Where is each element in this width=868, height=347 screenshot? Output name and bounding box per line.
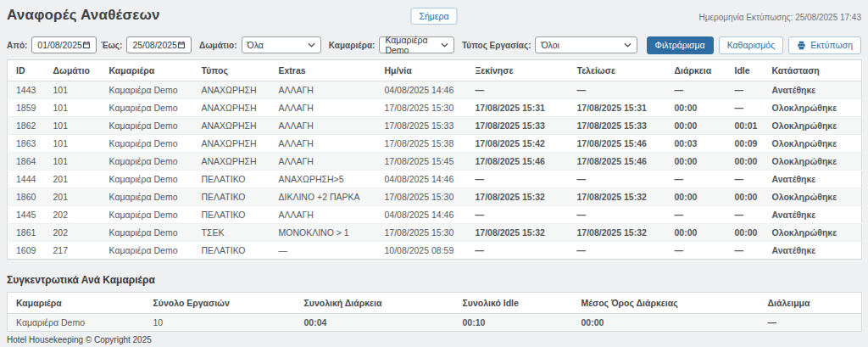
summary-column-header-5: Διάλειμμα: [760, 293, 862, 314]
cell-type: ΠΕΛΑΤΙΚΟ: [193, 242, 270, 260]
cell-date: 04/08/2025 14:46: [376, 206, 467, 224]
assignment-row: 1445202Καμαριέρα DemoΠΕΛΑΤΙΚΟΑΛΛΑΓΗ04/08…: [8, 206, 862, 224]
cell-extras: ΑΝΑΧΩΡΗΣΗ>5: [270, 171, 376, 188]
cell-started: 17/08/2025 15:32: [467, 188, 569, 206]
cell-idle: —: [726, 242, 764, 260]
cell-duration: 00:00: [666, 99, 726, 117]
assignment-row: 1860201Καμαριέρα DemoΠΕΛΑΤΙΚΟΔΙΚΛΙΝΟ +2 …: [8, 188, 862, 206]
cell-status: Ολοκληρώθηκε: [764, 153, 862, 171]
cell-duration: —: [666, 171, 726, 188]
assignment-row: 1864101Καμαριέρα DemoΑΝΑΧΩΡΗΣΗΑΛΛΑΓΗ17/0…: [8, 153, 862, 171]
print-button[interactable]: Εκτύπωση: [788, 36, 861, 54]
cell-status: Ολοκληρώθηκε: [764, 188, 862, 206]
cell-type: ΑΝΑΧΩΡΗΣΗ: [193, 99, 270, 117]
cell-idle: 00:01: [726, 117, 764, 135]
summary-cell-maid: Καμαριέρα Demo: [8, 314, 145, 332]
cell-started: 17/08/2025 15:32: [467, 224, 569, 242]
cell-extras: ΑΛΛΑΓΗ: [270, 135, 376, 153]
cell-started: —: [467, 171, 569, 188]
today-button[interactable]: Σήμερα: [410, 8, 457, 25]
cell-room: 101: [45, 99, 101, 117]
filter-button[interactable]: Φιλτράρισμα: [647, 36, 714, 54]
cell-id: 1860: [8, 188, 45, 206]
cell-type: ΠΕΛΑΤΙΚΟ: [193, 206, 270, 224]
to-label: Έως:: [101, 41, 123, 50]
maid-label: Καμαριέρα:: [329, 41, 376, 50]
cell-idle: 00:00: [726, 224, 764, 242]
summary-cell-total-duration: 00:04: [296, 314, 454, 332]
print-date-label: Ημερομηνία Εκτύπωσης: 25/08/2025 17:43: [699, 13, 861, 22]
date-to-input[interactable]: 25/08/2025: [126, 36, 192, 53]
cell-extras: ΑΛΛΑΓΗ: [270, 99, 376, 117]
cell-date: 04/08/2025 14:46: [376, 81, 467, 99]
cell-status: Ανατέθηκε: [764, 171, 862, 188]
cell-idle: —: [726, 171, 764, 188]
cell-started: 17/08/2025 15:31: [467, 99, 569, 117]
assignment-row: 1609217Καμαριέρα DemoΠΕΛΑΤΙΚΟ—10/08/2025…: [8, 242, 862, 260]
cell-id: 1859: [8, 99, 45, 117]
cell-finished: 17/08/2025 15:33: [569, 117, 666, 135]
date-from-value: 01/08/2025: [37, 40, 82, 50]
cell-status: Ολοκληρώθηκε: [764, 99, 862, 117]
summary-heading: Συγκεντρωτικά Ανά Καμαριέρα: [7, 274, 861, 286]
cell-room: 202: [45, 206, 101, 224]
cell-id: 1444: [8, 171, 45, 188]
cell-maid: Καμαριέρα Demo: [101, 206, 193, 224]
cell-finished: 17/08/2025 15:46: [569, 153, 666, 171]
cell-room: 101: [45, 117, 101, 135]
cell-idle: —: [726, 81, 764, 99]
cell-status: Ολοκληρώθηκε: [764, 224, 862, 242]
cell-date: 17/08/2025 15:38: [376, 135, 467, 153]
cell-duration: 00:00: [666, 188, 726, 206]
maid-select[interactable]: Καμαριέρα Demo: [379, 36, 454, 53]
summary-column-header-1: Σύνολο Εργασιών: [145, 293, 296, 314]
cell-idle: 00:09: [726, 135, 764, 153]
cell-finished: —: [569, 171, 666, 188]
cell-id: 1445: [8, 206, 45, 224]
cell-extras: —: [270, 242, 376, 260]
cell-maid: Καμαριέρα Demo: [101, 99, 193, 117]
assignment-row: 1861202Καμαριέρα DemoΤΣΕΚΜΟΝΟΚΛΙΝΟ > 117…: [8, 224, 862, 242]
summary-cell-total-tasks: 10: [145, 314, 296, 332]
cell-duration: 00:00: [666, 117, 726, 135]
room-select[interactable]: Όλα: [242, 36, 321, 53]
calendar-icon[interactable]: [82, 41, 91, 49]
assignments-column-header-10: Κατάσταση: [764, 60, 862, 81]
cell-maid: Καμαριέρα Demo: [101, 117, 193, 135]
cell-extras: ΑΛΛΑΓΗ: [270, 153, 376, 171]
filter-bar: Από: 01/08/2025 Έως: 25/08/2025 Δωμάτιο:…: [7, 36, 861, 54]
maid-select-value: Καμαριέρα Demo: [385, 35, 441, 55]
cell-status: Ολοκληρώθηκε: [764, 135, 862, 153]
cell-room: 217: [45, 242, 101, 260]
calendar-icon[interactable]: [177, 41, 186, 49]
cell-type: ΑΝΑΧΩΡΗΣΗ: [193, 117, 270, 135]
cell-id: 1863: [8, 135, 45, 153]
assignment-row: 1859101Καμαριέρα DemoΑΝΑΧΩΡΗΣΗΑΛΛΑΓΗ17/0…: [8, 99, 862, 117]
clear-button[interactable]: Καθαρισμός: [719, 36, 784, 54]
cell-id: 1861: [8, 224, 45, 242]
cell-date: 04/08/2025 14:46: [376, 171, 467, 188]
cell-idle: —: [726, 99, 764, 117]
assignments-column-header-8: Διάρκεια: [666, 60, 726, 81]
worktype-select[interactable]: Όλοι: [535, 36, 637, 53]
assignments-table: IDΔωμάτιοΚαμαριέραΤύποςExtrasΗμ/νίαΞεκίν…: [7, 59, 862, 260]
cell-started: —: [467, 206, 569, 224]
date-from-input[interactable]: 01/08/2025: [31, 36, 97, 53]
summary-column-header-3: Συνολικό Idle: [454, 293, 573, 314]
cell-maid: Καμαριέρα Demo: [101, 81, 193, 99]
cell-extras: ΑΛΛΑΓΗ: [270, 206, 376, 224]
cell-extras: ΑΛΛΑΓΗ: [270, 117, 376, 135]
cell-finished: —: [569, 206, 666, 224]
cell-extras: ΜΟΝΟΚΛΙΝΟ > 1: [270, 224, 376, 242]
worktype-select-value: Όλοι: [541, 40, 559, 50]
cell-duration: —: [666, 242, 726, 260]
cell-room: 101: [45, 135, 101, 153]
from-label: Από:: [7, 41, 27, 50]
cell-id: 1443: [8, 81, 45, 99]
summary-cell-total-idle: 00:10: [454, 314, 573, 332]
cell-type: ΑΝΑΧΩΡΗΣΗ: [193, 153, 270, 171]
cell-duration: 00:00: [666, 224, 726, 242]
assignments-column-header-5: Ημ/νία: [376, 60, 467, 81]
cell-maid: Καμαριέρα Demo: [101, 188, 193, 206]
top-bar: Αναφορές Αναθέσεων Σήμερα Ημερομηνία Εκτ…: [7, 7, 861, 29]
